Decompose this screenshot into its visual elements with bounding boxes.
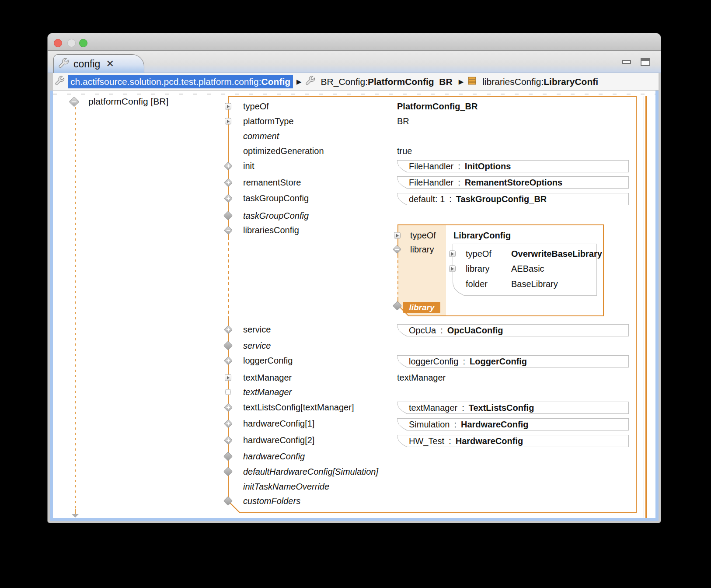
- expanded-relation-dashed-border: [228, 237, 229, 318]
- diamond-filled-icon[interactable]: [223, 496, 233, 505]
- expand-arrow-icon[interactable]: [225, 118, 231, 125]
- view-minimize-icon[interactable]: [622, 60, 631, 64]
- breadcrumb-item-libraryconfig[interactable]: librariesConfig:LibraryConfi: [467, 75, 601, 88]
- library-row-library[interactable]: library: [410, 245, 434, 255]
- tab-close-icon[interactable]: ✕: [106, 58, 114, 70]
- value-chip-hardwareconfig2[interactable]: HW_Test:HardwareConfig: [397, 435, 629, 447]
- tree-item-platformconfig[interactable]: platformConfig [BR]: [70, 96, 168, 107]
- wrench-icon: [58, 57, 70, 70]
- property-row-service-derived[interactable]: service: [224, 341, 271, 351]
- diamond-minus-icon[interactable]: [69, 96, 79, 107]
- value-textmanager[interactable]: textManager: [397, 373, 446, 383]
- property-row-hardwareconfig-derived[interactable]: hardwareConfig: [224, 452, 305, 462]
- library-box-title[interactable]: LibraryConfig: [453, 231, 511, 241]
- diamond-plus-icon[interactable]: [224, 161, 233, 170]
- property-row-customfolders[interactable]: customFolders: [224, 496, 300, 506]
- property-row-typeof[interactable]: typeOf: [224, 102, 269, 112]
- property-row-taskgroupconfig[interactable]: taskGroupConfig: [224, 193, 309, 203]
- property-row-taskgroupconfig-derived[interactable]: taskGroupConfig: [224, 211, 309, 221]
- next-panel-edge: [644, 96, 648, 518]
- value-chip-service[interactable]: OpcUa:OpcUaConfig: [397, 324, 629, 336]
- diamond-plus-icon[interactable]: [224, 178, 233, 187]
- relation-arrow-icon: [72, 514, 79, 518]
- diamond-plus-icon[interactable]: [224, 403, 233, 412]
- breadcrumb-segment[interactable]: librariesConfig:LibraryConfi: [480, 75, 601, 88]
- breadcrumb-segment[interactable]: BR_Config:PlatformConfig_BR: [318, 75, 455, 88]
- breadcrumb-item-platformconfig[interactable]: BR_Config:PlatformConfig_BR: [305, 75, 455, 88]
- expand-arrow-icon[interactable]: [225, 103, 231, 110]
- minimize-window-button[interactable]: [67, 39, 76, 47]
- library-icon: [467, 76, 477, 88]
- diamond-minus-icon[interactable]: [394, 246, 400, 252]
- library-row-typeof[interactable]: typeOf: [410, 231, 436, 241]
- breadcrumb-item-config[interactable]: ch.actifsource.solution.pcd.test.platfor…: [55, 75, 293, 88]
- diamond-filled-icon[interactable]: [223, 211, 233, 220]
- diamond-filled-icon[interactable]: [223, 341, 233, 350]
- value-chip-loggerconfig[interactable]: loggerConfig:LoggerConfig: [397, 355, 629, 368]
- expand-arrow-icon[interactable]: [394, 232, 401, 239]
- property-row-init[interactable]: init: [224, 161, 254, 171]
- property-row-loggerconfig[interactable]: loggerConfig: [224, 356, 293, 366]
- resource-panel-libraryconfig: typeOf library LibraryConfig library typ…: [397, 224, 604, 316]
- value-chip-remanentstore[interactable]: FileHandler:RemanentStoreOptions: [397, 176, 629, 189]
- property-row-remanentstore[interactable]: remanentStore: [224, 178, 301, 188]
- wrench-icon: [55, 75, 65, 88]
- tree-item-label: platformConfig [BR]: [88, 96, 168, 107]
- diamond-plus-icon[interactable]: [224, 356, 233, 365]
- app-window: config ✕ ch.actifsource.solution.pcd.tes…: [47, 33, 661, 523]
- property-row-textmanager[interactable]: textManager: [224, 373, 292, 383]
- property-row-hardwareconfig1[interactable]: hardwareConfig[1]: [224, 419, 314, 429]
- expand-arrow-icon[interactable]: [449, 266, 456, 272]
- property-row-defaulthardwareconfig[interactable]: defaultHardwareConfig[Simulation]: [224, 467, 378, 477]
- diamond-plus-icon[interactable]: [224, 436, 233, 444]
- expand-arrow-icon[interactable]: [225, 374, 231, 381]
- value-chip-taskgroupconfig[interactable]: default: 1:TaskGroupConfig_BR: [397, 193, 629, 205]
- breadcrumb-segment[interactable]: ch.actifsource.solution.pcd.test.platfor…: [68, 75, 293, 88]
- value-chip-textlistsconfig[interactable]: textManager:TextListsConfig: [397, 402, 629, 414]
- value-optimizedgeneration[interactable]: true: [397, 146, 412, 156]
- diamond-plus-icon[interactable]: [224, 419, 233, 428]
- diamond-plus-icon[interactable]: [224, 194, 233, 203]
- view-maximize-icon[interactable]: [641, 58, 650, 66]
- editor-canvas[interactable]: platformConfig [BR] typeOf platformType …: [53, 91, 655, 518]
- title-bar: [48, 33, 661, 51]
- breadcrumb-arrow-icon: ▶: [459, 78, 464, 86]
- property-row-comment[interactable]: comment: [224, 131, 279, 141]
- property-row-platformtype[interactable]: platformType: [224, 116, 294, 126]
- library-highlight-tag[interactable]: library: [403, 302, 440, 313]
- wrench-icon: [305, 75, 316, 88]
- relation-dotted-line: [75, 107, 76, 510]
- diamond-filled-icon[interactable]: [223, 452, 233, 461]
- expand-arrow-icon[interactable]: [449, 251, 456, 257]
- value-platformtype[interactable]: BR: [397, 116, 409, 126]
- square-icon[interactable]: [225, 389, 231, 395]
- tab-config[interactable]: config ✕: [53, 54, 144, 73]
- property-row-hardwareconfig2[interactable]: hardwareConfig[2]: [224, 435, 314, 445]
- tab-title: config: [73, 58, 100, 70]
- layout-guide-dashes: [53, 94, 655, 94]
- property-row-textlistsconfig[interactable]: textListsConfig[textManager]: [224, 402, 354, 413]
- value-chip-hardwareconfig1[interactable]: Simulation:HardwareConfig: [397, 418, 629, 430]
- diamond-filled-icon[interactable]: [394, 303, 401, 309]
- close-window-button[interactable]: [54, 39, 62, 47]
- property-row-textmanager-derived[interactable]: textManager: [224, 387, 292, 397]
- value-chip-init[interactable]: FileHandler:InitOptions: [397, 160, 629, 172]
- property-row-optimizedgeneration[interactable]: optimizedGeneration: [224, 146, 324, 156]
- property-row-librariesconfig[interactable]: librariesConfig: [224, 225, 299, 235]
- expanded-relation-dashed-border: [397, 255, 398, 300]
- property-row-service[interactable]: service: [224, 325, 271, 335]
- breadcrumb-arrow-icon: ▶: [296, 78, 302, 86]
- diamond-minus-icon[interactable]: [224, 226, 233, 234]
- diamond-plus-icon[interactable]: [224, 325, 233, 334]
- diamond-filled-icon[interactable]: [223, 467, 233, 476]
- zoom-window-button[interactable]: [79, 39, 87, 47]
- property-row-inittasknameoverride[interactable]: initTaskNameOverride: [224, 482, 329, 492]
- breadcrumb: ch.actifsource.solution.pcd.test.platfor…: [53, 73, 659, 91]
- value-typeof[interactable]: PlatformConfig_BR: [397, 102, 477, 112]
- library-value-box[interactable]: typeOf OverwriteBaseLibrary library AEBa…: [453, 244, 597, 296]
